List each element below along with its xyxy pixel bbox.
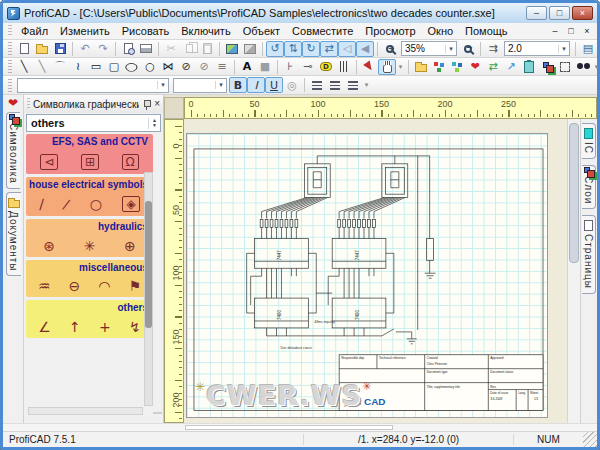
- line-button[interactable]: ╲: [15, 59, 33, 75]
- canvas-horizontal-scrollbar[interactable]: [3, 423, 597, 431]
- font-size-combo[interactable]: ▾: [173, 78, 227, 93]
- favorites-button[interactable]: ❤: [466, 59, 484, 75]
- line-width-button[interactable]: ⇉: [484, 41, 502, 57]
- underline-button[interactable]: U: [265, 77, 283, 93]
- font-family-dropdown-icon[interactable]: ▾: [157, 81, 168, 89]
- panel-scrollbar-thumb[interactable]: [145, 201, 152, 329]
- zoom-out-button[interactable]: [459, 41, 477, 57]
- rotate-left-button[interactable]: ↺: [266, 41, 284, 57]
- font-size-dropdown-icon[interactable]: ▾: [215, 81, 226, 89]
- new-button[interactable]: [15, 41, 33, 57]
- export-button[interactable]: ↗: [502, 59, 520, 75]
- pump-symbol[interactable]: ⊛: [43, 239, 55, 253]
- panel-close-icon[interactable]: ×: [154, 99, 160, 109]
- mirror-button[interactable]: ⇄: [320, 41, 338, 57]
- switch-symbol[interactable]: ∕: [39, 197, 44, 211]
- terminal-strip-symbol[interactable]: ♒: [38, 279, 51, 293]
- menu-align[interactable]: Совместите: [286, 24, 359, 38]
- flip-left-button[interactable]: ◁: [338, 41, 356, 57]
- redo-button[interactable]: ↷: [94, 41, 112, 57]
- undo-button[interactable]: ↶: [76, 41, 94, 57]
- toolbar2-overflow-2[interactable]: ▾: [592, 63, 600, 71]
- symbols-tree-button[interactable]: [430, 59, 448, 75]
- menu-draw[interactable]: Рисовать: [116, 24, 176, 38]
- valve-symbol[interactable]: ⊕: [124, 239, 136, 253]
- text-color-button[interactable]: ◎: [283, 77, 301, 93]
- crossed-shape-button[interactable]: ⋈: [159, 59, 177, 75]
- pin-icon[interactable]: [142, 99, 151, 110]
- spinner-icon[interactable]: ▲▼: [148, 118, 160, 129]
- cut-button[interactable]: ✂: [162, 41, 180, 57]
- rectangle-button[interactable]: ▭: [87, 59, 105, 75]
- flip-vertical-button[interactable]: ⇅: [284, 41, 302, 57]
- insert-image-button[interactable]: [223, 41, 241, 57]
- resize-grip[interactable]: [583, 432, 597, 447]
- wires-button[interactable]: [335, 59, 353, 75]
- filled-rectangle-button[interactable]: ■: [256, 59, 274, 75]
- favorites-icon[interactable]: ❤: [8, 97, 18, 109]
- menu-file[interactable]: Файл: [15, 24, 54, 38]
- rounded-rectangle-button[interactable]: ▢: [105, 59, 123, 75]
- symbol-group-select[interactable]: others ▲▼: [26, 114, 161, 132]
- mdi-restore[interactable]: □: [563, 25, 579, 37]
- lamp-symbol[interactable]: ○: [90, 197, 102, 211]
- pan-button[interactable]: [378, 59, 396, 75]
- text-button[interactable]: A: [238, 59, 256, 75]
- label-tag-button[interactable]: D: [317, 59, 335, 75]
- mdi-minimize[interactable]: –: [547, 25, 563, 37]
- copy-button[interactable]: [180, 41, 198, 57]
- lightning-symbol[interactable]: ↯: [129, 320, 141, 334]
- meter-symbol[interactable]: ⊖: [69, 279, 81, 293]
- arrow-symbol[interactable]: ↑: [69, 320, 81, 334]
- save-button[interactable]: [51, 41, 69, 57]
- no-symbol-button[interactable]: ⊘: [177, 59, 195, 75]
- insert-image-2-button[interactable]: [241, 41, 259, 57]
- panel-scrollbar[interactable]: [144, 172, 153, 406]
- italic-button[interactable]: I: [247, 77, 265, 93]
- flag-symbol[interactable]: ⚑: [128, 279, 141, 293]
- drawing-page[interactable]: 7447 7447 7490 7490 48ms impulsy Dve dek…: [186, 133, 548, 418]
- font-family-combo[interactable]: ▾: [17, 78, 169, 93]
- symbols-tree-2-button[interactable]: [448, 59, 466, 75]
- no-symbol-2-button[interactable]: ⊘: [195, 59, 213, 75]
- arc-button[interactable]: ⌒: [51, 59, 69, 75]
- open-button[interactable]: [33, 41, 51, 57]
- canvas-vertical-scrollbar[interactable]: [567, 119, 580, 423]
- fan-symbol[interactable]: ✳: [84, 239, 96, 253]
- print-button[interactable]: [137, 41, 155, 57]
- menu-view[interactable]: Просмотр: [359, 24, 421, 38]
- dome-symbol[interactable]: ◠: [98, 279, 110, 293]
- minimize-button[interactable]: –: [526, 6, 547, 20]
- tab-documents[interactable]: Документы: [6, 192, 21, 277]
- tab-ic[interactable]: IC: [582, 123, 596, 159]
- zoom-level-dropdown-icon[interactable]: ▾: [445, 45, 456, 53]
- bell-symbol[interactable]: Ω: [122, 154, 139, 170]
- menu-insert[interactable]: Включить: [175, 24, 236, 38]
- toolbar2-overflow[interactable]: ▾: [396, 63, 405, 71]
- split-horizontal-button[interactable]: ▤: [579, 41, 597, 57]
- switch-2-symbol[interactable]: ∕: [62, 197, 71, 212]
- menu-help[interactable]: Помощь: [459, 24, 514, 38]
- panel-horizontal-scrollbar[interactable]: [28, 407, 143, 415]
- tab-layers[interactable]: Слои: [582, 165, 596, 209]
- speaker-symbol[interactable]: ◈: [122, 196, 139, 212]
- angle-symbol[interactable]: ∠: [38, 320, 51, 334]
- curve-button[interactable]: ≀: [69, 59, 87, 75]
- zoom-in-button[interactable]: [381, 41, 399, 57]
- print-preview-button[interactable]: [119, 41, 137, 57]
- detector-symbol[interactable]: ⊞: [81, 154, 99, 170]
- align-right-button[interactable]: [344, 77, 362, 93]
- line-width-value-dropdown-icon[interactable]: ▾: [558, 45, 569, 53]
- camera-symbol[interactable]: ⊲: [40, 154, 58, 170]
- close-button[interactable]: ×: [572, 6, 593, 20]
- clipboard-tool-button[interactable]: [520, 59, 538, 75]
- tab-symbols[interactable]: Символика: [6, 112, 20, 189]
- line-thin-button[interactable]: ╲: [33, 59, 51, 75]
- marquee-button[interactable]: [556, 59, 574, 75]
- menu-edit[interactable]: Изменить: [54, 24, 116, 38]
- align-center-button[interactable]: [326, 77, 344, 93]
- transfer-button[interactable]: ⇄: [484, 59, 502, 75]
- drawing-workspace[interactable]: 7447 7447 7490 7490 48ms impulsy Dve dek…: [184, 119, 567, 423]
- restore-button[interactable]: □: [549, 6, 570, 20]
- ellipse-button[interactable]: ○: [123, 59, 141, 75]
